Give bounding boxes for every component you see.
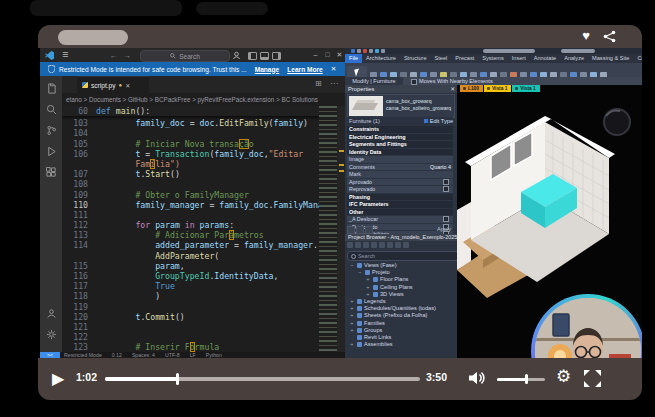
property-section-other[interactable]: Other (347, 209, 453, 217)
context-tab-modify-furniture[interactable]: Modify | Furniture (345, 77, 403, 85)
project-browser-header[interactable]: Project Browser - Arq_modelo_Exemplo-202… (345, 234, 457, 241)
code-line[interactable]: 110 family_manager = family_doc.FamilyMa… (62, 200, 345, 210)
close-properties-icon[interactable]: ✕ (450, 85, 455, 93)
property-section-ifc-parameters[interactable]: IFC Parameters (347, 201, 453, 209)
tab-close-icon[interactable]: ✕ (125, 82, 130, 89)
property-section-electrical-engineering[interactable]: Electrical Engineering (347, 134, 453, 142)
revit-quick-access-icon[interactable] (381, 49, 385, 53)
settings-gear-icon[interactable] (46, 329, 57, 340)
tree-item-floor-plans[interactable]: +Floor Plans (347, 276, 453, 283)
tree-item-views-fase-[interactable]: −Views (Fase) (347, 262, 453, 269)
volume-handle[interactable] (525, 374, 528, 384)
code-line[interactable]: 114 added_parameter = family_manager. (62, 240, 345, 250)
ribbon-tab-file[interactable]: File (345, 54, 362, 63)
ribbon-tab-structure[interactable]: Structure (400, 54, 431, 63)
minimize-icon[interactable]: – (310, 48, 321, 62)
pb-tool-icon[interactable] (363, 242, 369, 248)
learn-more-link[interactable]: Learn More (287, 66, 323, 73)
moves-with-nearby-checkbox[interactable]: Moves With Nearby Elements (411, 77, 493, 85)
minimap[interactable] (319, 106, 337, 352)
tree-item-ceiling-plans[interactable]: +Ceiling Plans (347, 284, 453, 291)
code-line[interactable]: 121 (62, 322, 345, 332)
layout-panel-right-icon[interactable] (272, 52, 281, 60)
editor-actions[interactable]: ⊞ ⋯ (315, 79, 341, 88)
property-section-segments-and-fittings[interactable]: Segments and Fittings (347, 141, 453, 149)
tree-item-sheets-prefixo-da-folha-[interactable]: +Sheets (Prefixo da Folha) (347, 312, 453, 319)
property-row-aprovado[interactable]: Aprovado (347, 179, 453, 187)
explorer-icon[interactable] (46, 83, 57, 94)
progress-bar[interactable] (105, 377, 420, 381)
code-line[interactable]: 105 # Iniciar Nova transação (62, 139, 345, 149)
progress-handle[interactable] (176, 373, 179, 385)
code-line[interactable]: 117 True (62, 281, 345, 291)
run-debug-icon[interactable] (46, 146, 57, 157)
revit-quick-access-icon[interactable] (363, 49, 367, 53)
source-control-icon[interactable] (46, 125, 57, 136)
code-line[interactable]: 116 GroupTypeId.IdentityData, (62, 271, 345, 281)
code-line[interactable]: 113 # Adicionar Parâmetros (62, 230, 345, 240)
properties-header[interactable]: Properties✕ (345, 85, 457, 93)
volume-icon[interactable] (468, 370, 488, 386)
tab-script-py[interactable]: script.py ● ✕ (77, 76, 149, 93)
heart-icon[interactable]: ♥ (582, 28, 590, 44)
type-selector[interactable]: cama_box_growarq cama_box_solteiro_growa… (347, 94, 455, 118)
close-icon[interactable]: ✕ (334, 48, 345, 62)
ribbon-tab-precast[interactable]: Precast (451, 54, 478, 63)
tree-item-families[interactable]: +Families (347, 320, 453, 327)
code-line[interactable]: 109 # Obter o FamilyManager (62, 190, 345, 200)
play-button[interactable]: ▶ (52, 368, 64, 390)
code-line[interactable]: 103 family_doc = doc.EditFamily(family) (62, 118, 345, 128)
palette-tool-icon[interactable] (365, 226, 373, 234)
pb-tool-icon[interactable] (371, 242, 377, 248)
revit-quick-access-icon[interactable] (375, 49, 379, 53)
tree-item-assemblies[interactable]: +Assemblies (347, 341, 453, 348)
pb-tool-icon[interactable] (395, 242, 401, 248)
apply-button[interactable]: Apply (437, 225, 451, 233)
volume-slider[interactable] (497, 378, 545, 381)
ribbon-tab-architecture[interactable]: Architecture (362, 54, 400, 63)
code-line[interactable]: 104 (62, 128, 345, 138)
property-row-mark[interactable]: Mark (347, 171, 453, 179)
ribbon-tab-insert[interactable]: Insert (508, 54, 530, 63)
search-sidebar-icon[interactable] (46, 104, 57, 115)
code-line[interactable]: 119 (62, 302, 345, 312)
property-row-comments[interactable]: CommentsQuarto 4 (347, 164, 453, 172)
settings-icon[interactable]: ⚙ (556, 366, 571, 387)
property-section-constraints[interactable]: Constraints (347, 126, 453, 134)
breadcrumb[interactable]: etano > Documents > GitHub > BCPackFree … (62, 93, 345, 106)
code-line[interactable]: 120 t.Commit() (62, 312, 345, 322)
account-sidebar-icon[interactable] (46, 308, 57, 319)
element-filter-row[interactable]: Furniture (1) Edit Type (347, 117, 453, 125)
code-editor[interactable]: 60def main():103 family_doc = doc.EditFa… (62, 106, 345, 352)
project-browser-search[interactable]: Search (347, 251, 457, 261)
palette-tool-icon[interactable] (347, 226, 355, 234)
code-line[interactable]: Família") (62, 159, 345, 169)
tree-item-3d-views[interactable]: +3D Views (347, 291, 453, 298)
code-line[interactable]: 60def main(): (62, 106, 345, 116)
nav-back-icon[interactable]: ← (110, 52, 117, 59)
revit-quick-access-icon[interactable] (357, 49, 361, 53)
ribbon-tab-analyze[interactable]: Analyze (560, 54, 588, 63)
property-row-reprovado[interactable]: Reprovado (347, 186, 453, 194)
ribbon-tab-systems[interactable]: Systems (478, 54, 507, 63)
code-line[interactable]: AddParameter( (62, 251, 345, 261)
code-line[interactable]: 106 t = Transaction(family_doc,"Editar (62, 149, 345, 159)
layout-panel-bottom-icon[interactable] (260, 52, 269, 60)
tree-item-revit-links[interactable]: Revit Links (347, 334, 453, 341)
share-icon[interactable] (603, 30, 616, 43)
tree-item-projeto[interactable]: −Projeto (347, 269, 453, 276)
code-line[interactable]: 111 (62, 210, 345, 220)
code-line[interactable]: 115 param, (62, 261, 345, 271)
ribbon-tab-annotate[interactable]: Annotate (530, 54, 560, 63)
manage-link[interactable]: Manage (255, 66, 280, 73)
account-icon[interactable] (232, 51, 241, 60)
editor-scrollbar[interactable] (337, 106, 345, 352)
ribbon-tab-steel[interactable]: Steel (431, 54, 452, 63)
property-section-identity-data[interactable]: Identity Data (347, 149, 453, 157)
ribbon-tab-collaborate[interactable]: Collaborate (633, 54, 642, 63)
maximize-icon[interactable]: □ (322, 48, 333, 62)
view-tab-l100[interactable]: L100 (460, 85, 483, 92)
layout-panel-left-icon[interactable] (248, 52, 257, 60)
fullscreen-icon[interactable] (584, 370, 601, 387)
tree-item-schedules-quantities-todas-[interactable]: +Schedules/Quantities (todas) (347, 305, 453, 312)
